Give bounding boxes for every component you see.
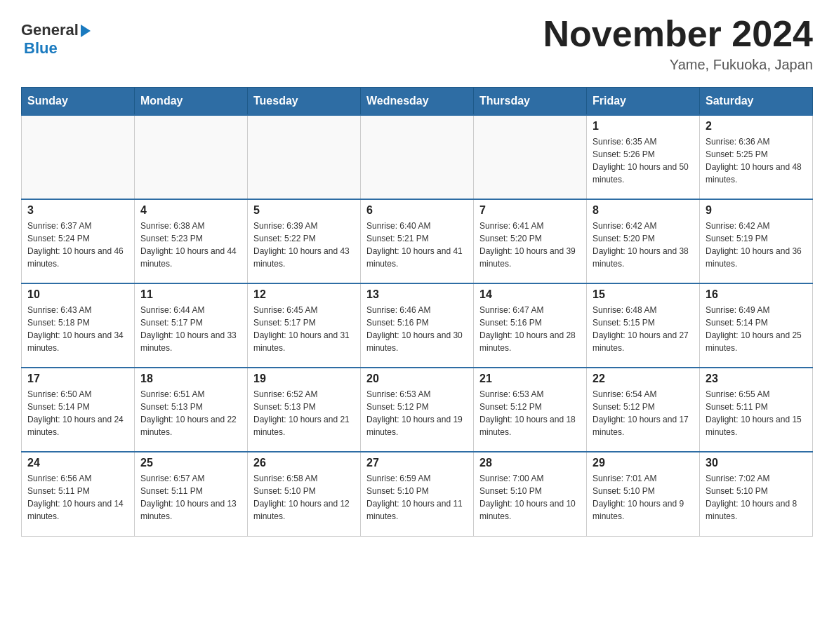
calendar-cell: 15Sunrise: 6:48 AMSunset: 5:15 PMDayligh… [587, 283, 700, 368]
day-info: Sunrise: 6:40 AMSunset: 5:21 PMDaylight:… [366, 220, 468, 270]
day-number: 14 [479, 288, 581, 301]
day-info: Sunrise: 6:42 AMSunset: 5:20 PMDaylight:… [593, 220, 694, 270]
calendar-cell: 11Sunrise: 6:44 AMSunset: 5:17 PMDayligh… [135, 283, 248, 368]
day-number: 5 [253, 204, 355, 217]
calendar-cell: 14Sunrise: 6:47 AMSunset: 5:16 PMDayligh… [474, 283, 587, 368]
day-info: Sunrise: 6:36 AMSunset: 5:25 PMDaylight:… [706, 135, 807, 186]
day-info: Sunrise: 6:56 AMSunset: 5:11 PMDaylight:… [27, 472, 128, 523]
day-number: 29 [593, 457, 694, 469]
logo-triangle-icon [81, 25, 91, 37]
calendar-cell: 5Sunrise: 6:39 AMSunset: 5:22 PMDaylight… [248, 199, 361, 283]
day-number: 19 [253, 373, 355, 385]
logo-blue-text: Blue [24, 39, 58, 58]
day-info: Sunrise: 6:43 AMSunset: 5:18 PMDaylight:… [27, 304, 128, 354]
day-info: Sunrise: 6:46 AMSunset: 5:16 PMDaylight:… [366, 304, 468, 354]
calendar-cell: 20Sunrise: 6:53 AMSunset: 5:12 PMDayligh… [361, 368, 474, 452]
page-header: General Blue November 2024 Yame, Fukuoka… [21, 14, 813, 73]
calendar-cell: 28Sunrise: 7:00 AMSunset: 5:10 PMDayligh… [474, 452, 587, 536]
calendar-cell: 21Sunrise: 6:53 AMSunset: 5:12 PMDayligh… [474, 368, 587, 452]
day-info: Sunrise: 6:53 AMSunset: 5:12 PMDaylight:… [479, 388, 581, 438]
calendar-table: SundayMondayTuesdayWednesdayThursdayFrid… [21, 87, 813, 537]
day-info: Sunrise: 6:50 AMSunset: 5:14 PMDaylight:… [27, 388, 128, 438]
logo-general-text: General [21, 21, 79, 39]
week-row-3: 10Sunrise: 6:43 AMSunset: 5:18 PMDayligh… [22, 283, 813, 368]
day-info: Sunrise: 6:57 AMSunset: 5:11 PMDaylight:… [140, 472, 241, 523]
day-info: Sunrise: 7:02 AMSunset: 5:10 PMDaylight:… [706, 472, 807, 523]
day-number: 15 [593, 288, 694, 301]
day-info: Sunrise: 6:54 AMSunset: 5:12 PMDaylight:… [593, 388, 694, 438]
day-info: Sunrise: 6:53 AMSunset: 5:12 PMDaylight:… [366, 388, 468, 438]
day-number: 4 [140, 204, 241, 217]
day-number: 6 [366, 204, 468, 217]
day-number: 24 [27, 457, 128, 469]
calendar-cell: 16Sunrise: 6:49 AMSunset: 5:14 PMDayligh… [700, 283, 813, 368]
day-info: Sunrise: 6:51 AMSunset: 5:13 PMDaylight:… [140, 388, 241, 438]
day-number: 8 [593, 204, 694, 217]
title-section: November 2024 Yame, Fukuoka, Japan [543, 14, 813, 73]
day-number: 16 [706, 288, 807, 301]
weekday-header-wednesday: Wednesday [361, 88, 474, 116]
calendar-cell [248, 115, 361, 199]
day-number: 9 [706, 204, 807, 217]
weekday-header-thursday: Thursday [474, 88, 587, 116]
day-info: Sunrise: 6:47 AMSunset: 5:16 PMDaylight:… [479, 304, 581, 354]
day-number: 27 [366, 457, 468, 469]
calendar-cell: 12Sunrise: 6:45 AMSunset: 5:17 PMDayligh… [248, 283, 361, 368]
calendar-cell [22, 115, 135, 199]
calendar-cell: 17Sunrise: 6:50 AMSunset: 5:14 PMDayligh… [22, 368, 135, 452]
calendar-cell: 29Sunrise: 7:01 AMSunset: 5:10 PMDayligh… [587, 452, 700, 536]
day-number: 28 [479, 457, 581, 469]
calendar-cell: 30Sunrise: 7:02 AMSunset: 5:10 PMDayligh… [700, 452, 813, 536]
day-info: Sunrise: 6:48 AMSunset: 5:15 PMDaylight:… [593, 304, 694, 354]
weekday-header-friday: Friday [587, 88, 700, 116]
day-info: Sunrise: 6:45 AMSunset: 5:17 PMDaylight:… [253, 304, 355, 354]
month-title: November 2024 [543, 14, 813, 54]
day-number: 1 [593, 120, 694, 133]
day-info: Sunrise: 6:41 AMSunset: 5:20 PMDaylight:… [479, 220, 581, 270]
day-number: 7 [479, 204, 581, 217]
calendar-cell: 1Sunrise: 6:35 AMSunset: 5:26 PMDaylight… [587, 115, 700, 199]
calendar-cell: 22Sunrise: 6:54 AMSunset: 5:12 PMDayligh… [587, 368, 700, 452]
location-subtitle: Yame, Fukuoka, Japan [543, 57, 813, 73]
day-number: 23 [706, 373, 807, 385]
day-number: 22 [593, 373, 694, 385]
calendar-cell: 6Sunrise: 6:40 AMSunset: 5:21 PMDaylight… [361, 199, 474, 283]
day-number: 21 [479, 373, 581, 385]
weekday-header-row: SundayMondayTuesdayWednesdayThursdayFrid… [22, 88, 813, 116]
day-info: Sunrise: 6:37 AMSunset: 5:24 PMDaylight:… [27, 220, 128, 270]
day-info: Sunrise: 6:38 AMSunset: 5:23 PMDaylight:… [140, 220, 241, 270]
calendar-cell: 26Sunrise: 6:58 AMSunset: 5:10 PMDayligh… [248, 452, 361, 536]
calendar-cell [361, 115, 474, 199]
day-info: Sunrise: 6:59 AMSunset: 5:10 PMDaylight:… [366, 472, 468, 523]
week-row-4: 17Sunrise: 6:50 AMSunset: 5:14 PMDayligh… [22, 368, 813, 452]
calendar-cell [135, 115, 248, 199]
day-info: Sunrise: 6:52 AMSunset: 5:13 PMDaylight:… [253, 388, 355, 438]
weekday-header-saturday: Saturday [700, 88, 813, 116]
day-number: 2 [706, 120, 807, 133]
week-row-5: 24Sunrise: 6:56 AMSunset: 5:11 PMDayligh… [22, 452, 813, 536]
calendar-cell: 19Sunrise: 6:52 AMSunset: 5:13 PMDayligh… [248, 368, 361, 452]
day-info: Sunrise: 6:39 AMSunset: 5:22 PMDaylight:… [253, 220, 355, 270]
calendar-cell: 25Sunrise: 6:57 AMSunset: 5:11 PMDayligh… [135, 452, 248, 536]
day-number: 18 [140, 373, 241, 385]
day-number: 17 [27, 373, 128, 385]
day-number: 11 [140, 288, 241, 301]
calendar-cell: 27Sunrise: 6:59 AMSunset: 5:10 PMDayligh… [361, 452, 474, 536]
day-number: 25 [140, 457, 241, 469]
calendar-cell: 2Sunrise: 6:36 AMSunset: 5:25 PMDaylight… [700, 115, 813, 199]
day-info: Sunrise: 6:55 AMSunset: 5:11 PMDaylight:… [706, 388, 807, 438]
weekday-header-tuesday: Tuesday [248, 88, 361, 116]
weekday-header-sunday: Sunday [22, 88, 135, 116]
day-info: Sunrise: 7:01 AMSunset: 5:10 PMDaylight:… [593, 472, 694, 523]
day-number: 12 [253, 288, 355, 301]
calendar-cell: 18Sunrise: 6:51 AMSunset: 5:13 PMDayligh… [135, 368, 248, 452]
week-row-1: 1Sunrise: 6:35 AMSunset: 5:26 PMDaylight… [22, 115, 813, 199]
day-number: 13 [366, 288, 468, 301]
calendar-cell: 10Sunrise: 6:43 AMSunset: 5:18 PMDayligh… [22, 283, 135, 368]
day-info: Sunrise: 6:58 AMSunset: 5:10 PMDaylight:… [253, 472, 355, 523]
calendar-cell: 4Sunrise: 6:38 AMSunset: 5:23 PMDaylight… [135, 199, 248, 283]
calendar-cell: 3Sunrise: 6:37 AMSunset: 5:24 PMDaylight… [22, 199, 135, 283]
day-number: 3 [27, 204, 128, 217]
day-info: Sunrise: 6:35 AMSunset: 5:26 PMDaylight:… [593, 135, 694, 186]
day-info: Sunrise: 6:42 AMSunset: 5:19 PMDaylight:… [706, 220, 807, 270]
